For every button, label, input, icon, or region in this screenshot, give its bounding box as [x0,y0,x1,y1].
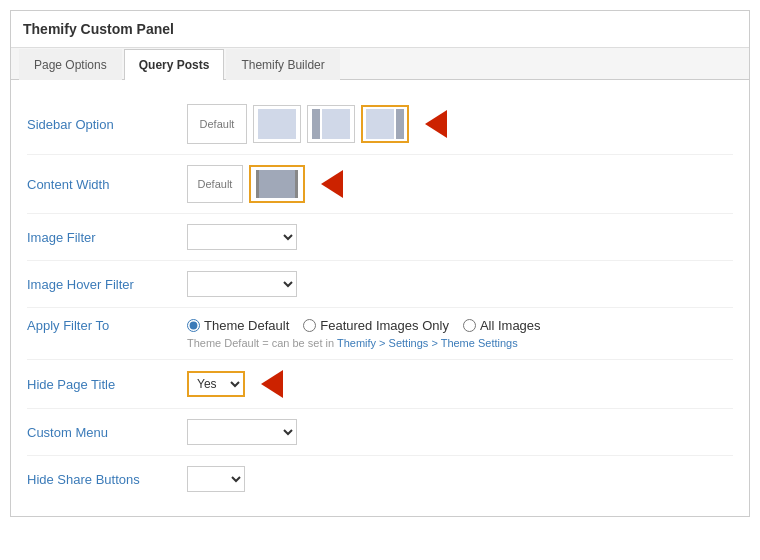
full-width-icon [258,109,296,139]
sidebar-left-btn[interactable] [307,105,355,143]
content-width-default-btn[interactable]: Default [187,165,243,203]
sidebar-right-btn[interactable] [361,105,409,143]
content-width-label: Content Width [27,177,187,192]
custom-menu-select[interactable] [187,419,297,445]
custom-panel: Themify Custom Panel Page Options Query … [10,10,750,517]
left-sidebar-icon [312,109,350,139]
image-filter-select[interactable] [187,224,297,250]
image-hover-filter-controls [187,271,733,297]
hide-share-buttons-controls: Yes No [187,466,733,492]
sidebar-option-label: Sidebar Option [27,117,187,132]
hide-page-title-arrow [261,370,283,398]
content-width-row: Content Width Default [27,155,733,214]
sidebar-option-row: Sidebar Option Default [27,94,733,155]
image-filter-label: Image Filter [27,230,187,245]
tab-query-posts[interactable]: Query Posts [124,49,225,80]
sidebar-option-controls: Default [187,104,733,144]
apply-filter-top: Apply Filter To Theme Default Featured I… [27,318,541,333]
hide-share-buttons-row: Hide Share Buttons Yes No [27,456,733,502]
sidebar-default-btn[interactable]: Default [187,104,247,144]
radio-all-images[interactable]: All Images [463,318,541,333]
image-hover-filter-label: Image Hover Filter [27,277,187,292]
panel-title: Themify Custom Panel [11,11,749,48]
image-hover-filter-row: Image Hover Filter [27,261,733,308]
tab-themify-builder[interactable]: Themify Builder [226,49,339,80]
hide-share-buttons-label: Hide Share Buttons [27,472,187,487]
radio-theme-default[interactable]: Theme Default [187,318,289,333]
apply-filter-radio-group: Theme Default Featured Images Only All I… [187,318,541,333]
image-filter-row: Image Filter [27,214,733,261]
custom-menu-row: Custom Menu [27,409,733,456]
hide-page-title-label: Hide Page Title [27,377,187,392]
image-filter-controls [187,224,733,250]
content-width-narrow-btn[interactable] [249,165,305,203]
radio-featured-images[interactable]: Featured Images Only [303,318,449,333]
hide-share-buttons-select[interactable]: Yes No [187,466,245,492]
content-area: Sidebar Option Default [11,80,749,516]
narrow-width-icon [256,170,298,198]
tabs-bar: Page Options Query Posts Themify Builder [11,48,749,80]
custom-menu-controls [187,419,733,445]
content-width-arrow-indicator [321,170,343,198]
right-sidebar-icon [366,109,404,139]
hide-page-title-row: Hide Page Title Yes No [27,360,733,409]
apply-filter-row: Apply Filter To Theme Default Featured I… [27,308,733,360]
sidebar-arrow-indicator [425,110,447,138]
image-hover-filter-select[interactable] [187,271,297,297]
hide-page-title-controls: Yes No [187,370,733,398]
theme-settings-link[interactable]: Themify > Settings > Theme Settings [337,337,518,349]
apply-filter-label: Apply Filter To [27,318,187,333]
content-width-controls: Default [187,165,733,203]
hide-page-title-select[interactable]: Yes No [187,371,245,397]
sidebar-full-width-btn[interactable] [253,105,301,143]
filter-note: Theme Default = can be set in Themify > … [187,337,518,349]
custom-menu-label: Custom Menu [27,425,187,440]
tab-page-options[interactable]: Page Options [19,49,122,80]
